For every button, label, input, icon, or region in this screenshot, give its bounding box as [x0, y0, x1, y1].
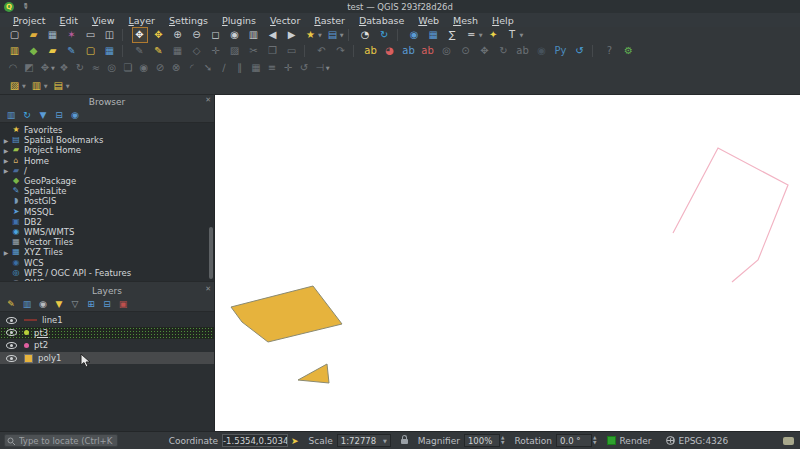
add-feature-icon[interactable]: ◇ — [190, 44, 204, 58]
delete-part-icon[interactable]: ⊗ — [169, 61, 183, 75]
layer-item-poly1[interactable]: poly1 — [0, 352, 214, 365]
new-spatial-bookmark-icon[interactable]: ★ — [304, 28, 318, 42]
menu-web[interactable]: Web — [411, 15, 446, 26]
scale-dropdown-icon[interactable]: ▼ — [383, 438, 387, 444]
offset-curve-icon[interactable]: ◜ — [185, 61, 199, 75]
delete-ring-icon[interactable]: ⊘ — [153, 61, 167, 75]
merge-selected-features-icon[interactable]: ▦ — [249, 61, 263, 75]
paste-features-icon[interactable]: ▭ — [285, 44, 299, 58]
filter-by-expression-icon[interactable]: ▽ — [69, 298, 81, 310]
visibility-eye-icon[interactable] — [6, 342, 17, 349]
vertex-tool-icon[interactable]: ✛ — [281, 61, 295, 75]
browser-item-spatialite[interactable]: ✎SpatiaLite — [0, 186, 214, 196]
measure-line-dropdown-icon[interactable]: ▼ — [479, 32, 483, 38]
coordinate-capture-icon[interactable]: ➤ — [291, 436, 299, 446]
rotate-label-icon[interactable]: ↻ — [497, 44, 511, 58]
filter-legend-icon[interactable]: ▼ — [53, 298, 65, 310]
new-spatial-bookmark-dropdown-icon[interactable]: ▼ — [318, 32, 322, 38]
pin-unpin-labels-icon[interactable]: ◎ — [440, 44, 454, 58]
layer-item-pt3[interactable]: pt3 — [0, 327, 214, 340]
zoom-full-icon[interactable]: ◻ — [209, 28, 223, 42]
copy-features-icon[interactable]: ❐ — [266, 44, 280, 58]
visibility-eye-icon[interactable] — [6, 355, 17, 362]
open-data-source-manager-icon[interactable]: ▥ — [8, 44, 22, 58]
deselect-features-dropdown-icon[interactable]: ▼ — [44, 83, 48, 89]
browser-item-wfs-ogc-api-features[interactable]: ◎WFS / OGC API - Features — [0, 268, 214, 278]
zoom-last-icon[interactable]: ◀ — [266, 28, 280, 42]
help-contents-icon[interactable]: ? — [603, 44, 617, 58]
digitize-with-curve-icon[interactable]: ◠ — [6, 61, 20, 75]
browser-item-home[interactable]: ▶⌂Home — [0, 156, 214, 166]
messages-icon[interactable] — [783, 437, 794, 445]
menu-help[interactable]: Help — [485, 15, 521, 26]
measure-line-icon[interactable]: ═ — [464, 28, 478, 42]
copy-move-feature-icon[interactable]: ❖ — [57, 61, 71, 75]
zoom-to-layer-icon[interactable]: ▥ — [247, 28, 261, 42]
show-layout-manager-icon[interactable]: ◫ — [103, 28, 117, 42]
map-tips-icon[interactable]: ✦ — [486, 28, 500, 42]
layers-close-icon[interactable]: ✕ — [205, 285, 211, 293]
rotate-feature-icon[interactable]: ↻ — [73, 61, 87, 75]
save-layer-edits-icon[interactable]: ▦ — [171, 44, 185, 58]
zoom-out-icon[interactable]: ⊖ — [190, 28, 204, 42]
menu-settings[interactable]: Settings — [162, 15, 215, 26]
poly1-small-feature[interactable] — [298, 364, 329, 383]
highlight-labels-icon[interactable]: ab — [421, 44, 435, 58]
browser-item-wms-wmts[interactable]: ◉WMS/WMTS — [0, 227, 214, 237]
browser-item-favorites[interactable]: ★Favorites — [0, 125, 214, 135]
browser-item-db2[interactable]: ▣DB2 — [0, 217, 214, 227]
expander-icon[interactable]: ▶ — [2, 147, 10, 154]
menu-edit[interactable]: Edit — [53, 15, 85, 26]
save-project-icon[interactable]: ▦ — [46, 28, 60, 42]
menu-database[interactable]: Database — [352, 15, 411, 26]
line1-feature[interactable] — [673, 148, 788, 282]
new-spatialite-layer-icon[interactable]: ✎ — [65, 44, 79, 58]
add-group-icon[interactable]: ▥ — [21, 298, 33, 310]
split-features-icon[interactable]: ∕ — [217, 61, 231, 75]
expander-icon[interactable]: ▶ — [2, 249, 10, 256]
rotation-spinbox[interactable]: 0.0 ° — [556, 434, 592, 447]
move-label-icon[interactable]: ✥ — [478, 44, 492, 58]
locator-input[interactable] — [4, 434, 118, 447]
magnifier-spin-icons[interactable]: ▲▼ — [501, 436, 504, 445]
visibility-eye-icon[interactable] — [6, 329, 17, 336]
select-by-expression-dropdown-icon[interactable]: ▼ — [66, 83, 70, 89]
zoom-in-icon[interactable]: ⊕ — [171, 28, 185, 42]
render-checkbox[interactable] — [607, 436, 616, 445]
plugin-tool-icon[interactable]: ↺ — [573, 44, 587, 58]
menu-plugins[interactable]: Plugins — [215, 15, 263, 26]
select-by-expression-icon[interactable]: ▤ — [51, 79, 65, 93]
browser-item-spatial-bookmarks[interactable]: ▶▤Spatial Bookmarks — [0, 135, 214, 145]
menu-view[interactable]: View — [85, 15, 122, 26]
current-edits-icon[interactable]: ✎ — [152, 44, 166, 58]
stream-digitizing-icon[interactable]: ◩ — [22, 61, 36, 75]
reshape-features-icon[interactable]: ➘ — [201, 61, 215, 75]
text-annotation-dropdown-icon[interactable]: ▼ — [520, 32, 524, 38]
simplify-feature-icon[interactable]: ≈ — [89, 61, 103, 75]
browser-item-mssql[interactable]: ➤MSSQL — [0, 207, 214, 217]
metasearch-icon[interactable]: ◉ — [535, 44, 549, 58]
toggle-editing-icon[interactable]: ✎ — [133, 44, 147, 58]
browser-item-xyz-tiles[interactable]: ▶▦XYZ Tiles — [0, 247, 214, 257]
menu-vector[interactable]: Vector — [263, 15, 307, 26]
delete-selected-icon[interactable]: ▨ — [228, 44, 242, 58]
add-ring-icon[interactable]: ◎ — [105, 61, 119, 75]
pan-map-icon[interactable]: ✥ — [133, 28, 147, 42]
show-hidden-labels-icon[interactable]: ⊙ — [459, 44, 473, 58]
browser-item-wcs[interactable]: ◉WCS — [0, 257, 214, 267]
fill-ring-icon[interactable]: ◉ — [137, 61, 151, 75]
zoom-next-icon[interactable]: ▶ — [285, 28, 299, 42]
expander-icon[interactable]: ▶ — [2, 157, 10, 164]
zoom-to-selection-icon[interactable]: ◉ — [228, 28, 242, 42]
properties-widget-icon[interactable]: ◉ — [69, 109, 81, 121]
lock-icon[interactable] — [401, 439, 408, 444]
show-spatial-bookmarks-dropdown-icon[interactable]: ▼ — [340, 32, 344, 38]
menu-layer[interactable]: Layer — [122, 15, 163, 26]
vertex-tool-all-layers-icon[interactable]: ✛ — [209, 44, 223, 58]
style-manager-icon[interactable]: ✶ — [65, 28, 79, 42]
deselect-features-icon[interactable]: ▥ — [29, 79, 43, 93]
new-temporary-scratch-layer-icon[interactable]: ▢ — [84, 44, 98, 58]
rotate-point-symbols-icon[interactable]: ↺ — [297, 61, 311, 75]
new-geopackage-layer-icon[interactable]: ◆ — [27, 44, 41, 58]
filter-browser-icon[interactable]: ▼ — [37, 109, 49, 121]
